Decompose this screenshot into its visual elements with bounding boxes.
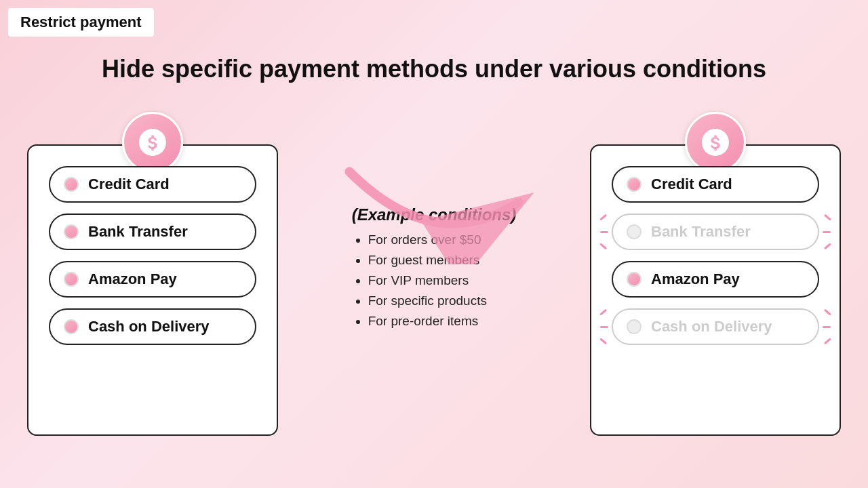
burst-line-c1 <box>599 309 607 316</box>
credit-card-left-dot <box>64 177 79 192</box>
bank-transfer-left-btn[interactable]: Bank Transfer <box>49 214 256 250</box>
burst-line-cr3 <box>824 338 831 345</box>
amazon-pay-left-btn[interactable]: Amazon Pay <box>49 261 256 298</box>
amazon-pay-right-btn[interactable]: Amazon Pay <box>612 261 819 298</box>
cash-on-delivery-right-dot <box>627 319 642 334</box>
credit-card-right-btn[interactable]: Credit Card <box>612 166 819 203</box>
dollar-icon-right <box>699 126 732 159</box>
middle-section: (Example conditions) For orders over $50… <box>278 104 590 341</box>
cash-on-delivery-right-btn: Cash on Delivery <box>612 308 819 345</box>
right-panel: Credit Card Bank Transfer <box>590 144 841 436</box>
burst-line-c2 <box>600 326 608 328</box>
content-area: Credit Card Bank Transfer Amazon Pay Cas… <box>0 104 868 436</box>
burst-line-1 <box>599 214 607 221</box>
condition-item-1: For orders over $50 <box>368 232 517 247</box>
credit-card-left-wrapper: Credit Card <box>49 166 256 203</box>
amazon-pay-left-wrapper: Amazon Pay <box>49 261 256 298</box>
burst-line-r2 <box>823 231 831 233</box>
cash-on-delivery-left-wrapper: Cash on Delivery <box>49 308 256 345</box>
condition-item-3: For VIP members <box>368 273 517 288</box>
credit-card-left-label: Credit Card <box>88 176 170 193</box>
amazon-pay-left-label: Amazon Pay <box>88 270 177 288</box>
condition-item-4: For specific products <box>368 293 517 308</box>
amazon-pay-right-wrapper: Amazon Pay <box>612 261 819 298</box>
burst-lines-right-bank <box>822 215 831 249</box>
bank-transfer-right-btn: Bank Transfer <box>612 214 819 250</box>
burst-lines-left-cash <box>599 310 609 344</box>
burst-line-cr1 <box>824 309 831 316</box>
credit-card-left-btn[interactable]: Credit Card <box>49 166 256 203</box>
bank-transfer-left-label: Bank Transfer <box>88 223 188 241</box>
burst-line-r1 <box>824 214 831 221</box>
cash-on-delivery-left-label: Cash on Delivery <box>88 318 210 336</box>
burst-line-cr2 <box>823 326 831 328</box>
bank-transfer-left-wrapper: Bank Transfer <box>49 214 256 250</box>
amazon-pay-left-dot <box>64 272 79 287</box>
bank-transfer-left-dot <box>64 224 79 239</box>
page-title: Restrict payment <box>20 14 142 30</box>
burst-lines-right-cash <box>822 310 831 344</box>
dollar-icon-left <box>136 126 169 159</box>
main-headline: Hide specific payment methods under vari… <box>0 54 868 83</box>
amazon-pay-right-label: Amazon Pay <box>651 270 740 288</box>
condition-item-5: For pre-order items <box>368 314 517 329</box>
credit-card-right-wrapper: Credit Card <box>612 166 819 203</box>
page-title-box: Restrict payment <box>8 8 154 37</box>
cash-on-delivery-right-label: Cash on Delivery <box>651 318 772 336</box>
conditions-list: For orders over $50 For guest members Fo… <box>352 232 517 329</box>
condition-item-2: For guest members <box>368 253 517 268</box>
credit-card-right-dot <box>627 177 642 192</box>
burst-line-2 <box>600 231 608 233</box>
cash-on-delivery-right-wrapper: Cash on Delivery <box>612 308 819 345</box>
bank-transfer-right-wrapper: Bank Transfer <box>612 214 819 250</box>
coin-icon-right <box>685 112 746 173</box>
burst-line-r3 <box>824 243 831 250</box>
cash-on-delivery-left-dot <box>64 319 79 334</box>
bank-transfer-right-label: Bank Transfer <box>651 223 751 241</box>
burst-line-3 <box>599 243 607 250</box>
amazon-pay-right-dot <box>627 272 642 287</box>
burst-lines-left-bank <box>599 215 609 249</box>
cash-on-delivery-left-btn[interactable]: Cash on Delivery <box>49 308 256 345</box>
bank-transfer-right-dot <box>627 224 642 239</box>
left-panel: Credit Card Bank Transfer Amazon Pay Cas… <box>27 144 278 436</box>
burst-line-c3 <box>599 338 607 345</box>
conditions-box: (Example conditions) For orders over $50… <box>345 199 524 341</box>
conditions-title: (Example conditions) <box>352 205 517 224</box>
coin-icon-left <box>122 112 183 173</box>
credit-card-right-label: Credit Card <box>651 176 732 193</box>
